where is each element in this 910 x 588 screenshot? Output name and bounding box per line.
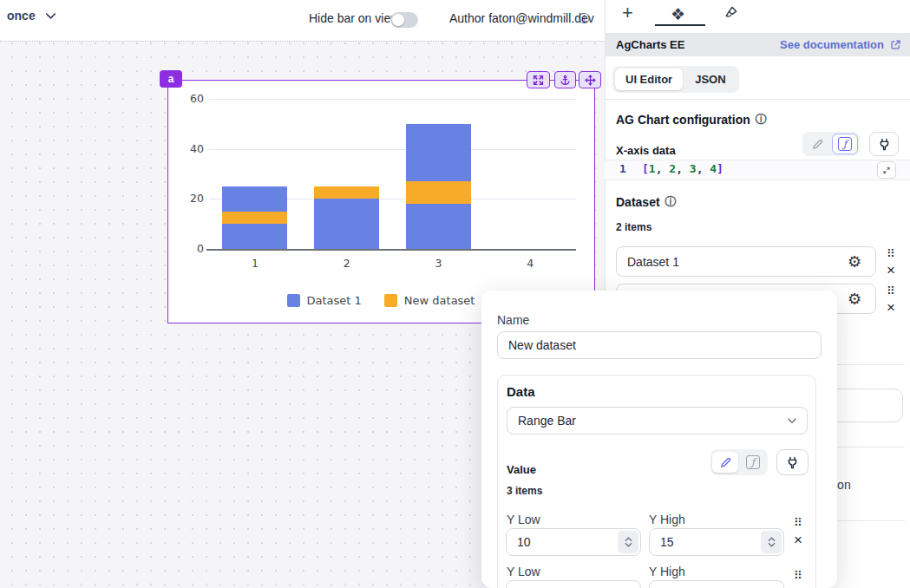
x-axis-tick-label: 2 (330, 257, 364, 270)
y-high-input[interactable] (649, 580, 784, 588)
connect-input-button[interactable] (869, 132, 899, 156)
data-label: Data (507, 384, 535, 399)
component-id-badge[interactable]: a (160, 70, 182, 88)
expand-component-button[interactable] (527, 71, 550, 88)
data-config-box: Data Range Bar Value ƒ 3 items Y Low Y H (497, 375, 816, 588)
value-input-mode-group: ƒ (710, 449, 768, 475)
dataset-2-settings-button[interactable]: ⚙ (848, 291, 861, 307)
move-icon (585, 75, 596, 86)
eval-input-button[interactable]: ƒ (740, 452, 766, 473)
value-items-count: 3 items (507, 485, 542, 497)
anchor-icon (560, 75, 571, 86)
gear-icon: ⚙ (848, 291, 861, 308)
dataset-1-settings-button[interactable]: ⚙ (848, 254, 861, 270)
component-type-title: AgCharts EE (616, 38, 684, 51)
components-icon: ❖ (671, 5, 685, 23)
dataset-settings-modal: Name Data Range Bar Value ƒ 3 items (481, 291, 837, 588)
y-axis-tick-label: 60 (168, 92, 204, 105)
legend-swatch (287, 294, 300, 307)
dataset-2-remove-button[interactable]: × (887, 300, 895, 315)
static-input-button[interactable] (712, 452, 738, 473)
name-label: Name (497, 313, 529, 327)
windmill-app-editor: once Hide bar on view Author faton@windm… (0, 0, 910, 588)
value-label: Value (507, 463, 536, 476)
anchor-component-button[interactable] (554, 71, 576, 88)
y-low-input[interactable] (506, 580, 641, 588)
paintbrush-icon (723, 5, 738, 20)
connect-input-button[interactable] (776, 449, 809, 475)
agcharts-component[interactable]: 02040601234Dataset 1New dataset (167, 80, 595, 323)
move-component-button[interactable] (579, 71, 601, 88)
maximize-icon (533, 75, 544, 86)
xaxis-data-label: X-axis data (616, 144, 676, 157)
author-info-icon: ⓘ (579, 11, 590, 27)
topbar: once Hide bar on view Author faton@windm… (0, 0, 605, 41)
dataset-1-drag-handle[interactable]: ⠿ (887, 248, 894, 259)
info-icon: ⓘ (665, 194, 677, 210)
grid-line (209, 99, 576, 100)
value-row-1-drag-handle[interactable]: ⠿ (794, 517, 801, 528)
legend-item[interactable]: New dataset (384, 294, 475, 307)
y-high-label: Y High (649, 565, 685, 578)
dataset-section-title: Dataset ⓘ (616, 194, 677, 210)
dataset-items-count: 2 items (616, 221, 651, 233)
agchart: 02040601234Dataset 1New dataset (168, 81, 593, 322)
value-row-2-drag-handle[interactable]: ⠿ (794, 570, 801, 581)
plug-icon (786, 456, 799, 469)
y-axis-tick-label: 0 (168, 242, 204, 255)
author-label: Author faton@windmill.dev (449, 11, 594, 25)
tab-ui-editor[interactable]: UI Editor (615, 69, 683, 90)
add-component-tab[interactable]: + (622, 2, 633, 24)
dataset-1-name-input[interactable] (616, 246, 876, 277)
value-row-1-remove-button[interactable]: × (794, 532, 802, 547)
close-icon: × (887, 262, 895, 278)
info-icon: ⓘ (756, 112, 767, 127)
dataset-2-drag-handle[interactable]: ⠿ (887, 285, 894, 297)
close-icon: × (794, 532, 802, 548)
plus-icon: + (622, 2, 633, 23)
function-icon: ƒ (838, 137, 852, 151)
chevron-down-icon (786, 415, 798, 427)
plug-icon (878, 138, 891, 151)
y-low-label: Y Low (507, 513, 540, 526)
theme-tab[interactable] (723, 5, 738, 23)
toggle-knob (392, 14, 404, 26)
bar-segment (406, 181, 471, 204)
code-content: [1, 2, 3, 4] (642, 162, 723, 175)
eval-input-button[interactable]: ƒ (832, 134, 858, 154)
divider (605, 99, 910, 100)
bar-segment (222, 212, 287, 224)
editor-mode-switch: UI Editor JSON (612, 66, 739, 93)
pencil-icon (719, 456, 732, 469)
y-axis-tick-label: 40 (168, 142, 204, 155)
legend-item[interactable]: Dataset 1 (287, 294, 362, 307)
hide-bar-toggle[interactable] (390, 12, 418, 28)
legend-swatch (384, 294, 397, 307)
grid-line (209, 149, 576, 150)
y-axis-tick-label: 20 (168, 192, 204, 205)
static-input-button[interactable] (804, 134, 830, 154)
run-mode-label: once (7, 9, 36, 23)
xaxis-input-mode-group: ƒ (802, 132, 860, 156)
pencil-icon (811, 138, 824, 151)
x-axis-line (206, 249, 576, 251)
run-mode-dropdown[interactable]: once (7, 9, 57, 23)
see-documentation-link[interactable]: See documentation (780, 38, 901, 51)
dataset-name-input[interactable] (497, 331, 822, 359)
tab-json[interactable]: JSON (684, 69, 736, 90)
dataset-1-remove-button[interactable]: × (887, 263, 895, 278)
legend-label: Dataset 1 (307, 294, 362, 307)
component-settings-tab[interactable]: ❖ (671, 4, 685, 24)
function-icon: ƒ (746, 455, 760, 469)
legend-label: New dataset (404, 294, 475, 307)
number-stepper[interactable] (618, 531, 638, 553)
data-type-select[interactable]: Range Bar (507, 407, 808, 434)
bar-segment (314, 199, 379, 249)
bar-segment (314, 186, 379, 199)
close-icon: × (887, 299, 895, 316)
y-low-label: Y Low (507, 565, 540, 578)
expand-editor-button[interactable] (877, 161, 896, 179)
number-stepper[interactable] (761, 531, 782, 553)
x-axis-tick-label: 1 (238, 257, 272, 270)
x-axis-tick-label: 3 (421, 257, 455, 270)
